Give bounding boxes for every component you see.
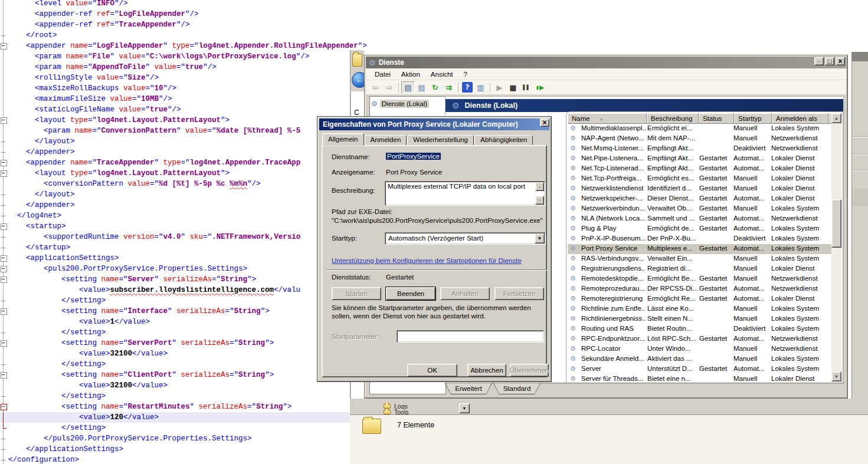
- scroll-down-icon[interactable]: [831, 371, 841, 381]
- fold-marker[interactable]: [0, 253, 8, 264]
- fold-marker[interactable]: [0, 264, 8, 274]
- dialog-titlebar[interactable]: Eigenschaften von Port Proxy Service (Lo…: [319, 119, 549, 130]
- menu-datei[interactable]: Datei: [369, 70, 396, 79]
- dialog-close-icon[interactable]: [540, 119, 549, 127]
- tab-allgemein[interactable]: Allgemein: [322, 133, 364, 146]
- fold-marker[interactable]: [0, 338, 8, 348]
- stop-service-icon[interactable]: ■: [506, 81, 520, 94]
- minimize-button[interactable]: [814, 57, 824, 65]
- service-row[interactable]: ⚙Net.Msmq-Listener...Empfängt Akt...Deak…: [568, 144, 831, 154]
- fold-marker[interactable]: [0, 306, 8, 317]
- tab-erweitert[interactable]: Erweitert: [445, 383, 492, 394]
- service-row[interactable]: ⚙RemoteregistrierungErmöglicht Re...Gest…: [568, 294, 831, 304]
- service-row[interactable]: ⚙Plug & PlayErmöglicht de...GestartetAut…: [568, 224, 831, 234]
- column-header-starttyp[interactable]: Starttyp: [734, 113, 772, 124]
- fold-marker[interactable]: [0, 221, 8, 232]
- code-line[interactable]: <level value="INFO"/>: [0, 0, 868, 9]
- service-row[interactable]: ⚙ServerUnterstützt D...GestartetAutomat.…: [568, 364, 831, 374]
- tab-abhaengigkeiten[interactable]: Abhängigkeiten: [474, 135, 533, 146]
- service-row[interactable]: ⚙Net.Pipe-Listenera...Empfängt Akt...Ges…: [568, 154, 831, 164]
- anhalten-button[interactable]: Anhalten: [440, 287, 490, 300]
- dropdown-button[interactable]: [459, 403, 470, 413]
- export-list-icon[interactable]: ⇉: [442, 81, 456, 94]
- service-row[interactable]: ⚙Registrierungsdiens...Registriert di...…: [568, 264, 831, 274]
- back-icon[interactable]: ⇦: [369, 81, 382, 94]
- beenden-button[interactable]: Beenden: [386, 287, 435, 300]
- service-row[interactable]: ⚙Sekundäre Anmeld...Aktiviert das ...Man…: [568, 354, 831, 364]
- service-row[interactable]: ⚙NAP-Agent (Netwo...Mit dem NAP-...Manue…: [568, 134, 831, 144]
- tab-wiederherstellung[interactable]: Wiederherstellung: [407, 135, 474, 146]
- show-console-tree-icon[interactable]: ▤: [401, 81, 415, 94]
- column-header-anmelden[interactable]: Anmelden als: [772, 113, 828, 124]
- fold-marker[interactable]: [0, 168, 8, 179]
- service-row[interactable]: ⚙Port Proxy ServiceMultiplexes e...Gesta…: [568, 244, 831, 254]
- services-titlebar[interactable]: ⚙ Dienste: [366, 57, 846, 68]
- show-action-pane-icon[interactable]: ▥: [474, 81, 487, 94]
- fold-marker[interactable]: [0, 157, 8, 168]
- scroll-down-icon[interactable]: [535, 196, 544, 205]
- service-row[interactable]: ⚙RPC-Endpunktzuor...Löst RPC-Sch...Gesta…: [568, 334, 831, 344]
- chevron-down-icon[interactable]: [535, 233, 545, 243]
- scroll-up-icon[interactable]: [831, 113, 841, 123]
- column-header-status[interactable]: Status: [699, 113, 734, 124]
- back-button[interactable]: [352, 72, 364, 88]
- tab-anmelden[interactable]: Anmelden: [365, 135, 407, 146]
- tab-standard[interactable]: Standard: [493, 383, 541, 394]
- startoptions-help-link[interactable]: Unterstützung beim Konfigurieren der Sta…: [332, 257, 522, 264]
- ok-button[interactable]: OK: [407, 364, 457, 377]
- service-row[interactable]: ⚙PnP-X-IP-Busenum...Der PnP-X-Bu...Deakt…: [568, 234, 831, 244]
- service-row[interactable]: ⚙NetzwerklistendienstIdentifiziert d...G…: [568, 184, 831, 194]
- tree-item-dienste-lokal[interactable]: ⚙ Dienste (Lokal): [371, 100, 429, 108]
- refresh-icon[interactable]: ↻: [428, 81, 442, 94]
- forward-icon[interactable]: ⇨: [382, 81, 396, 94]
- starten-button[interactable]: Starten: [332, 287, 381, 300]
- abbrechen-button[interactable]: Abbrechen: [467, 364, 506, 377]
- startparameter-input[interactable]: [397, 330, 544, 343]
- service-row[interactable]: ⚙Richtlinienergebniss...Stellt einen N..…: [568, 314, 831, 324]
- service-row[interactable]: ⚙Netzwerkspeicher-...Dieser Dienst...Ges…: [568, 194, 831, 204]
- starttyp-combobox[interactable]: Automatisch (Verzögerter Start): [385, 232, 546, 245]
- code-line[interactable]: <appender-ref ref="LogFileAppender"/>: [0, 9, 868, 19]
- service-row[interactable]: ⚙Net.Tcp-Listenerad...Empfängt Akt...Ges…: [568, 164, 831, 174]
- fold-marker[interactable]: [0, 274, 8, 285]
- pause-service-icon[interactable]: ▌▌: [520, 81, 533, 94]
- fold-marker[interactable]: [0, 115, 8, 126]
- beschreibung-field[interactable]: Multiplexes external TCP/IP data on loca…: [385, 181, 545, 206]
- code-line[interactable]: <appender name="LogFileAppender" type="l…: [0, 41, 868, 51]
- fold-marker[interactable]: [0, 41, 8, 51]
- service-row[interactable]: ⚙Netzwerkverbindun...Verwaltet Ob...Gest…: [568, 204, 831, 214]
- column-header-name[interactable]: Name: [568, 113, 647, 124]
- service-row[interactable]: ⚙Net.Tcp-Portfreiga...Ermöglicht es...Ge…: [568, 174, 831, 184]
- service-row[interactable]: ⚙Server für Threads...Bietet eine n...Ma…: [568, 374, 831, 381]
- uebernehmen-button[interactable]: Übernehmen: [510, 364, 549, 377]
- service-row[interactable]: ⚙Multimediaklassenpl...Ermöglicht ei...M…: [568, 124, 831, 134]
- service-row[interactable]: ⚙RAS-Verbindungsv...Verwaltet Ein...Manu…: [568, 254, 831, 264]
- fold-marker[interactable]: [0, 370, 8, 380]
- maximize-button[interactable]: [825, 57, 834, 65]
- scroll-up-icon[interactable]: [535, 182, 544, 191]
- column-header-beschreibung[interactable]: Beschreibung: [647, 113, 699, 124]
- restart-service-icon[interactable]: ▶: [533, 81, 547, 94]
- code-line[interactable]: </root>: [0, 30, 868, 41]
- properties-icon[interactable]: ▤: [415, 81, 428, 94]
- menu-hilfe[interactable]: ?: [458, 70, 473, 79]
- explorer-tree-node[interactable]: C: [354, 108, 359, 117]
- fold-marker[interactable]: [0, 402, 8, 412]
- service-row[interactable]: ⚙Routing und RASBietet Routin...Deaktivi…: [568, 324, 831, 334]
- help-icon[interactable]: ?: [462, 82, 473, 93]
- explorer-folder-row[interactable]: Tools: [384, 409, 409, 414]
- service-row[interactable]: ⚙NLA (Network Loca...Sammelt und ...Gest…: [568, 214, 831, 224]
- dienstname-value[interactable]: PortProxyService: [386, 153, 441, 160]
- service-row[interactable]: ⚙Richtlinie zum Entfe...Lässt eine Ko...…: [568, 304, 831, 314]
- code-line[interactable]: <appender-ref ref="TraceAppender"/>: [0, 19, 868, 30]
- service-row[interactable]: ⚙Remoteprozedurau...Der RPCSS-Di...Gesta…: [568, 284, 831, 294]
- fortsetzen-button[interactable]: Fortsetzen: [494, 287, 544, 300]
- scrollbar-thumb[interactable]: [831, 199, 841, 248]
- close-button[interactable]: [836, 57, 845, 65]
- vertical-scrollbar[interactable]: [831, 113, 841, 381]
- menu-ansicht[interactable]: Ansicht: [425, 70, 458, 79]
- service-row[interactable]: ⚙RPC-LocatorUnter Windo...ManuellNetzwer…: [568, 344, 831, 354]
- service-row[interactable]: ⚙Remotedesktopdie...Ermöglicht Be...Gest…: [568, 274, 831, 284]
- menu-aktion[interactable]: Aktion: [396, 70, 425, 79]
- start-service-icon[interactable]: ▶: [493, 81, 506, 94]
